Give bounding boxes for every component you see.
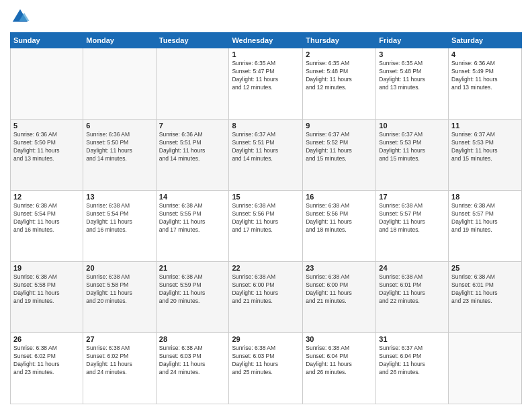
day-number: 20 xyxy=(86,264,152,272)
day-number: 7 xyxy=(159,122,226,130)
day-number: 5 xyxy=(13,122,80,130)
day-number: 9 xyxy=(306,122,373,130)
day-cell: 31Sunrise: 6:37 AM Sunset: 6:04 PM Dayli… xyxy=(376,333,449,404)
day-info: Sunrise: 6:37 AM Sunset: 5:51 PM Dayligh… xyxy=(232,131,300,163)
day-cell: 13Sunrise: 6:38 AM Sunset: 5:54 PM Dayli… xyxy=(83,191,156,262)
weekday-header-friday: Friday xyxy=(376,33,449,48)
day-cell: 26Sunrise: 6:38 AM Sunset: 6:02 PM Dayli… xyxy=(11,333,83,404)
weekday-header-row: SundayMondayTuesdayWednesdayThursdayFrid… xyxy=(11,33,522,48)
day-number: 31 xyxy=(379,335,445,343)
day-number: 29 xyxy=(232,335,300,343)
day-info: Sunrise: 6:38 AM Sunset: 5:59 PM Dayligh… xyxy=(159,273,226,306)
day-info: Sunrise: 6:38 AM Sunset: 6:04 PM Dayligh… xyxy=(306,345,373,377)
week-row-2: 12Sunrise: 6:38 AM Sunset: 5:54 PM Dayli… xyxy=(11,191,522,262)
day-info: Sunrise: 6:38 AM Sunset: 5:55 PM Dayligh… xyxy=(159,202,226,234)
day-number: 30 xyxy=(306,335,373,343)
day-cell: 28Sunrise: 6:38 AM Sunset: 6:03 PM Dayli… xyxy=(156,333,229,404)
day-info: Sunrise: 6:38 AM Sunset: 6:01 PM Dayligh… xyxy=(379,273,445,306)
weekday-header-monday: Monday xyxy=(83,33,156,48)
day-cell: 25Sunrise: 6:38 AM Sunset: 6:01 PM Dayli… xyxy=(449,262,522,333)
day-info: Sunrise: 6:36 AM Sunset: 5:50 PM Dayligh… xyxy=(13,131,80,163)
day-info: Sunrise: 6:38 AM Sunset: 6:02 PM Dayligh… xyxy=(86,345,152,377)
day-info: Sunrise: 6:38 AM Sunset: 6:00 PM Dayligh… xyxy=(306,273,373,306)
day-number: 15 xyxy=(232,193,300,201)
day-info: Sunrise: 6:35 AM Sunset: 5:48 PM Dayligh… xyxy=(379,60,445,92)
day-info: Sunrise: 6:37 AM Sunset: 5:52 PM Dayligh… xyxy=(306,131,373,163)
day-cell: 14Sunrise: 6:38 AM Sunset: 5:55 PM Dayli… xyxy=(156,191,229,262)
calendar-table: SundayMondayTuesdayWednesdayThursdayFrid… xyxy=(10,32,522,404)
day-info: Sunrise: 6:38 AM Sunset: 6:02 PM Dayligh… xyxy=(13,345,80,377)
day-info: Sunrise: 6:35 AM Sunset: 5:47 PM Dayligh… xyxy=(232,60,300,92)
day-info: Sunrise: 6:38 AM Sunset: 6:00 PM Dayligh… xyxy=(232,273,300,306)
day-number: 12 xyxy=(13,193,80,201)
day-cell: 15Sunrise: 6:38 AM Sunset: 5:56 PM Dayli… xyxy=(229,191,303,262)
day-info: Sunrise: 6:38 AM Sunset: 5:56 PM Dayligh… xyxy=(232,202,300,234)
day-info: Sunrise: 6:38 AM Sunset: 6:03 PM Dayligh… xyxy=(159,345,226,377)
weekday-header-sunday: Sunday xyxy=(11,33,83,48)
week-row-1: 5Sunrise: 6:36 AM Sunset: 5:50 PM Daylig… xyxy=(11,120,522,191)
day-number: 2 xyxy=(306,50,373,58)
day-cell: 8Sunrise: 6:37 AM Sunset: 5:51 PM Daylig… xyxy=(229,120,303,191)
day-info: Sunrise: 6:36 AM Sunset: 5:49 PM Dayligh… xyxy=(451,60,519,92)
day-number: 21 xyxy=(159,264,226,272)
day-cell: 18Sunrise: 6:38 AM Sunset: 5:57 PM Dayli… xyxy=(449,191,522,262)
day-cell: 11Sunrise: 6:37 AM Sunset: 5:53 PM Dayli… xyxy=(449,120,522,191)
day-number: 27 xyxy=(86,335,152,343)
day-cell: 24Sunrise: 6:38 AM Sunset: 6:01 PM Dayli… xyxy=(376,262,449,333)
day-cell: 6Sunrise: 6:36 AM Sunset: 5:50 PM Daylig… xyxy=(83,120,156,191)
header xyxy=(10,7,522,27)
week-row-0: 1Sunrise: 6:35 AM Sunset: 5:47 PM Daylig… xyxy=(11,48,522,120)
day-cell: 7Sunrise: 6:36 AM Sunset: 5:51 PM Daylig… xyxy=(156,120,229,191)
day-number: 28 xyxy=(159,335,226,343)
day-cell: 2Sunrise: 6:35 AM Sunset: 5:48 PM Daylig… xyxy=(303,48,376,120)
day-info: Sunrise: 6:35 AM Sunset: 5:48 PM Dayligh… xyxy=(306,60,373,92)
day-cell: 22Sunrise: 6:38 AM Sunset: 6:00 PM Dayli… xyxy=(229,262,303,333)
day-cell: 10Sunrise: 6:37 AM Sunset: 5:53 PM Dayli… xyxy=(376,120,449,191)
day-cell: 23Sunrise: 6:38 AM Sunset: 6:00 PM Dayli… xyxy=(303,262,376,333)
day-cell: 1Sunrise: 6:35 AM Sunset: 5:47 PM Daylig… xyxy=(229,48,303,120)
week-row-4: 26Sunrise: 6:38 AM Sunset: 6:02 PM Dayli… xyxy=(11,333,522,404)
day-cell: 19Sunrise: 6:38 AM Sunset: 5:58 PM Dayli… xyxy=(11,262,83,333)
day-info: Sunrise: 6:38 AM Sunset: 5:54 PM Dayligh… xyxy=(86,202,152,234)
day-cell: 20Sunrise: 6:38 AM Sunset: 5:58 PM Dayli… xyxy=(83,262,156,333)
logo-icon xyxy=(10,7,30,27)
day-number: 24 xyxy=(379,264,445,272)
weekday-header-tuesday: Tuesday xyxy=(156,33,229,48)
day-number: 10 xyxy=(379,122,445,130)
day-cell: 5Sunrise: 6:36 AM Sunset: 5:50 PM Daylig… xyxy=(11,120,83,191)
day-cell: 4Sunrise: 6:36 AM Sunset: 5:49 PM Daylig… xyxy=(449,48,522,120)
day-info: Sunrise: 6:36 AM Sunset: 5:50 PM Dayligh… xyxy=(86,131,152,163)
day-info: Sunrise: 6:38 AM Sunset: 5:57 PM Dayligh… xyxy=(379,202,445,234)
day-number: 8 xyxy=(232,122,300,130)
day-number: 23 xyxy=(306,264,373,272)
day-number: 17 xyxy=(379,193,445,201)
day-info: Sunrise: 6:38 AM Sunset: 6:03 PM Dayligh… xyxy=(232,345,300,377)
day-number: 16 xyxy=(306,193,373,201)
day-number: 3 xyxy=(379,50,445,58)
day-number: 26 xyxy=(13,335,80,343)
day-cell xyxy=(449,333,522,404)
day-cell: 17Sunrise: 6:38 AM Sunset: 5:57 PM Dayli… xyxy=(376,191,449,262)
day-info: Sunrise: 6:37 AM Sunset: 5:53 PM Dayligh… xyxy=(451,131,519,163)
day-info: Sunrise: 6:37 AM Sunset: 6:04 PM Dayligh… xyxy=(379,345,445,377)
day-number: 25 xyxy=(451,264,519,272)
week-row-3: 19Sunrise: 6:38 AM Sunset: 5:58 PM Dayli… xyxy=(11,262,522,333)
day-info: Sunrise: 6:38 AM Sunset: 5:57 PM Dayligh… xyxy=(451,202,519,234)
day-cell: 29Sunrise: 6:38 AM Sunset: 6:03 PM Dayli… xyxy=(229,333,303,404)
day-cell xyxy=(156,48,229,120)
day-cell: 12Sunrise: 6:38 AM Sunset: 5:54 PM Dayli… xyxy=(11,191,83,262)
day-number: 14 xyxy=(159,193,226,201)
day-number: 4 xyxy=(451,50,519,58)
day-info: Sunrise: 6:36 AM Sunset: 5:51 PM Dayligh… xyxy=(159,131,226,163)
day-number: 6 xyxy=(86,122,152,130)
day-number: 13 xyxy=(86,193,152,201)
page: SundayMondayTuesdayWednesdayThursdayFrid… xyxy=(0,0,532,411)
day-info: Sunrise: 6:38 AM Sunset: 5:54 PM Dayligh… xyxy=(13,202,80,234)
day-number: 11 xyxy=(451,122,519,130)
day-info: Sunrise: 6:38 AM Sunset: 5:58 PM Dayligh… xyxy=(13,273,80,306)
day-cell: 16Sunrise: 6:38 AM Sunset: 5:56 PM Dayli… xyxy=(303,191,376,262)
day-cell: 21Sunrise: 6:38 AM Sunset: 5:59 PM Dayli… xyxy=(156,262,229,333)
day-number: 1 xyxy=(232,50,300,58)
day-info: Sunrise: 6:38 AM Sunset: 5:58 PM Dayligh… xyxy=(86,273,152,306)
day-cell: 9Sunrise: 6:37 AM Sunset: 5:52 PM Daylig… xyxy=(303,120,376,191)
